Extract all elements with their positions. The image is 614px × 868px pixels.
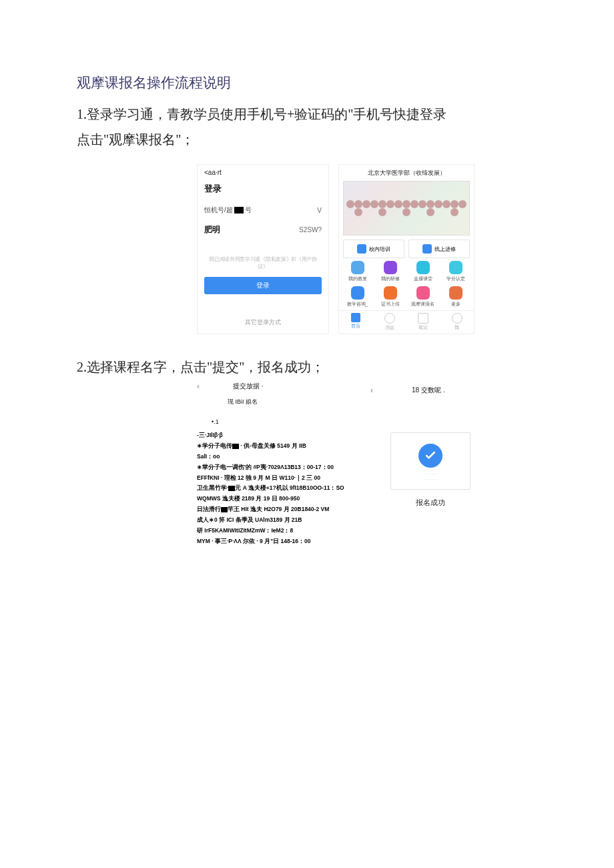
- back-icon[interactable]: ‹: [197, 382, 200, 391]
- cell-live[interactable]: 直播课堂: [407, 260, 438, 284]
- class-icon: [416, 286, 430, 300]
- monitor-icon: [422, 244, 432, 254]
- check-circle-icon: [418, 444, 442, 468]
- success-screenshot: ‹ 18 交数呢 . ············· ············· 报…: [370, 386, 491, 508]
- cell-observe-signup[interactable]: 观摩课报名: [407, 285, 438, 309]
- submit-header: 提交放据 ·: [233, 382, 264, 391]
- course-option[interactable]: -三·JIlIβ·β: [197, 432, 350, 440]
- app-header: 北京大学医学部（收缔发展）: [339, 165, 474, 181]
- upload-icon: [384, 286, 397, 300]
- step1-line1: 1.登录学习通，青教学员使用手机号+验证码的"手机号快捷登录: [77, 101, 537, 127]
- login-button[interactable]: 登录: [204, 277, 322, 294]
- cell-my-dev[interactable]: 我的教发: [342, 260, 373, 284]
- profile-icon: [452, 313, 463, 324]
- camera-icon: [416, 261, 430, 274]
- other-login-methods[interactable]: 其它登录方式: [204, 318, 322, 327]
- course-option[interactable]: 日法滑行竿王 HIt 逸夫 H2O79 月 20B1840-2 VM: [197, 506, 350, 514]
- tab-notes[interactable]: 笔记: [406, 311, 440, 334]
- course-option[interactable]: 成人∗0 笄 ICI 条季及 UAlm3189 月 21B: [197, 516, 350, 524]
- folder-icon: [384, 261, 397, 274]
- badge-icon: [449, 261, 463, 274]
- signup-subtitle: 现 IBiI 娘名: [228, 398, 350, 406]
- q-number: •.1: [212, 418, 350, 425]
- login-screenshot: <aa·rt 登录 恒机号/超号 V 肥明 S2SW? 我已阅读并同意学习通《隐…: [197, 164, 329, 334]
- person-icon: [351, 261, 364, 274]
- course-option[interactable]: ∗苹分子电一调伤'的 #P夷·7029Λ13B13：00-17：00: [197, 464, 350, 472]
- course-option[interactable]: WQMWS 逸夫楼 2189 月 19 日 800-950: [197, 495, 350, 503]
- step2-text: 2.选择课程名字，点击"提交"，报名成功；: [77, 358, 537, 376]
- app-home-screenshot: 北京大学医学部（收缔发展） 校内培训 线上进修 我的教发 我的研修 直播课堂 学…: [338, 164, 475, 334]
- dropdown-v-icon[interactable]: V: [317, 207, 322, 214]
- message-icon: [384, 313, 395, 324]
- block-icon: [234, 207, 244, 213]
- tab-messages[interactable]: 消息: [373, 311, 407, 334]
- cell-consult[interactable]: 教学咨询_: [342, 285, 373, 309]
- banner-image: [343, 181, 470, 236]
- course-option[interactable]: EFFfKNI · 理检 12 独 9 月 M 日 W110·｜2 三 00: [197, 474, 350, 482]
- agreement-hint: 我已阅读并同意学习通《隐私政策》和《用户协议》: [204, 256, 322, 270]
- chat-icon: [351, 286, 364, 300]
- success-label: 报名成功: [370, 498, 491, 508]
- submit-header-2: 18 交数呢 .: [412, 386, 444, 395]
- grid-icon: [449, 286, 463, 300]
- back-icon[interactable]: ‹: [370, 386, 373, 395]
- cell-credits[interactable]: 学分认定: [440, 260, 471, 284]
- book-icon: [357, 244, 366, 254]
- tab-home[interactable]: 首页: [339, 311, 373, 334]
- block-icon: [232, 444, 239, 449]
- cell-upload-cert[interactable]: 证书上传: [374, 285, 406, 309]
- cell-more[interactable]: 更多: [440, 285, 471, 309]
- tile-training[interactable]: 校内培训: [343, 240, 404, 258]
- tab-me[interactable]: 我: [440, 311, 475, 334]
- status-bar: <aa·rt: [204, 169, 322, 176]
- course-option[interactable]: SalI：oo: [197, 453, 350, 461]
- course-list-screenshot: ‹ 提交放据 · 现 IBiI 娘名 •.1 -三·JIlIβ·β∗学分子电传 …: [197, 382, 350, 548]
- password-input-row[interactable]: 肥明 S2SW?: [204, 223, 322, 237]
- block-icon: [228, 486, 235, 491]
- step1-line2: 点击"观摩课报名"；: [77, 127, 537, 152]
- course-option[interactable]: 研 IrF5KAMIWItIZItMZmW：IeM2：8: [197, 527, 350, 535]
- course-option[interactable]: ∗学分子电传 · 供-母盘关修 5149 月 IIB: [197, 442, 350, 450]
- success-card: ············· ·············: [390, 432, 471, 490]
- course-option[interactable]: MYM · 事三·P·ΛΛ 尔依 · 9 月"日 148-16：00: [197, 538, 350, 546]
- note-icon: [418, 313, 428, 324]
- login-heading: 登录: [204, 183, 322, 195]
- course-option[interactable]: 卫生黑竹学·元 A 逸夫楼«1?机以 9fI18B10OO-11：SO: [197, 484, 350, 492]
- doc-title: 观摩课报名操作流程说明: [77, 73, 537, 92]
- phone-input-row[interactable]: 恒机号/超号 V: [204, 204, 322, 216]
- block-icon: [221, 507, 228, 512]
- home-icon: [351, 313, 360, 322]
- tile-online[interactable]: 线上进修: [408, 240, 470, 258]
- cell-my-study[interactable]: 我的研修: [374, 260, 406, 284]
